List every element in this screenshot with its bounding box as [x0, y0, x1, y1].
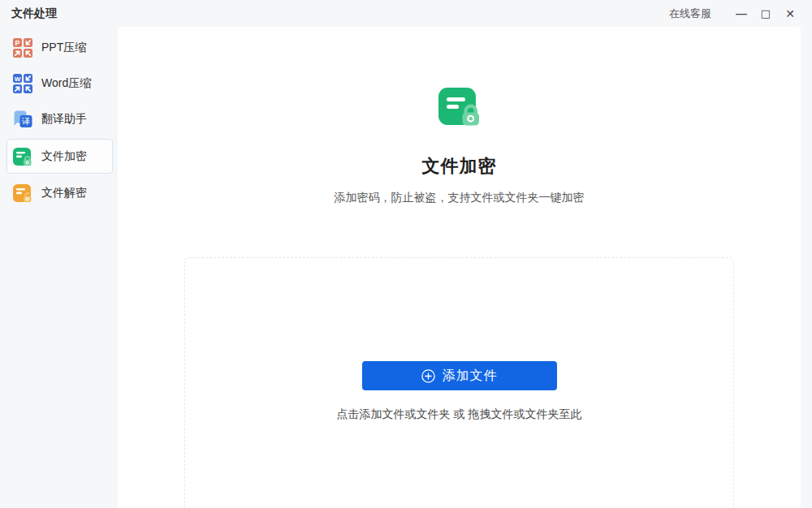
close-icon[interactable]: ✕ — [778, 3, 802, 24]
file-decrypt-icon — [12, 183, 33, 204]
title-bar: 文件处理 在线客服 — □ ✕ — [0, 0, 812, 27]
ppt-compress-icon: P — [12, 37, 33, 58]
add-file-button[interactable]: 添加文件 — [362, 361, 557, 390]
sidebar-item-label: 文件解密 — [41, 186, 87, 200]
sidebar-item-ppt-compress[interactable]: P PPT压缩 — [6, 32, 113, 64]
svg-text:W: W — [15, 75, 21, 83]
main-panel: 文件加密 添加密码，防止被盗，支持文件或文件夹一键加密 添加文件 点击添加文件或… — [118, 27, 801, 508]
file-encrypt-lock-icon — [438, 85, 482, 134]
app-title: 文件处理 — [11, 6, 57, 21]
svg-text:译: 译 — [21, 117, 30, 126]
word-compress-icon: W — [12, 73, 33, 94]
minimize-icon[interactable]: — — [729, 3, 754, 24]
add-file-button-label: 添加文件 — [443, 368, 498, 385]
page-title: 文件加密 — [118, 154, 801, 179]
maximize-icon[interactable]: □ — [754, 3, 778, 24]
svg-text:P: P — [15, 39, 20, 47]
plus-circle-icon — [421, 369, 435, 383]
sidebar-item-translate[interactable]: 译 翻译助手 — [6, 103, 113, 136]
sidebar-item-label: PPT压缩 — [41, 41, 86, 55]
sidebar: P PPT压缩 W — [0, 27, 118, 508]
sidebar-item-word-compress[interactable]: W Word压缩 — [6, 67, 113, 100]
sidebar-item-file-decrypt[interactable]: 文件解密 — [6, 177, 113, 209]
sidebar-item-file-encrypt[interactable]: 文件加密 — [6, 139, 113, 174]
translate-icon: 译 — [12, 109, 33, 130]
drop-zone-hint: 点击添加文件或文件夹 或 拖拽文件或文件夹至此 — [185, 407, 733, 422]
file-encrypt-icon — [12, 146, 33, 167]
file-drop-zone[interactable]: 添加文件 点击添加文件或文件夹 或 拖拽文件或文件夹至此 — [184, 257, 734, 508]
sidebar-item-label: 翻译助手 — [41, 112, 87, 127]
page-subtitle: 添加密码，防止被盗，支持文件或文件夹一键加密 — [118, 191, 801, 205]
online-service-link[interactable]: 在线客服 — [669, 6, 711, 21]
sidebar-item-label: Word压缩 — [41, 76, 91, 91]
sidebar-item-label: 文件加密 — [41, 149, 87, 164]
titlebar-right: 在线客服 — □ ✕ — [669, 3, 802, 24]
